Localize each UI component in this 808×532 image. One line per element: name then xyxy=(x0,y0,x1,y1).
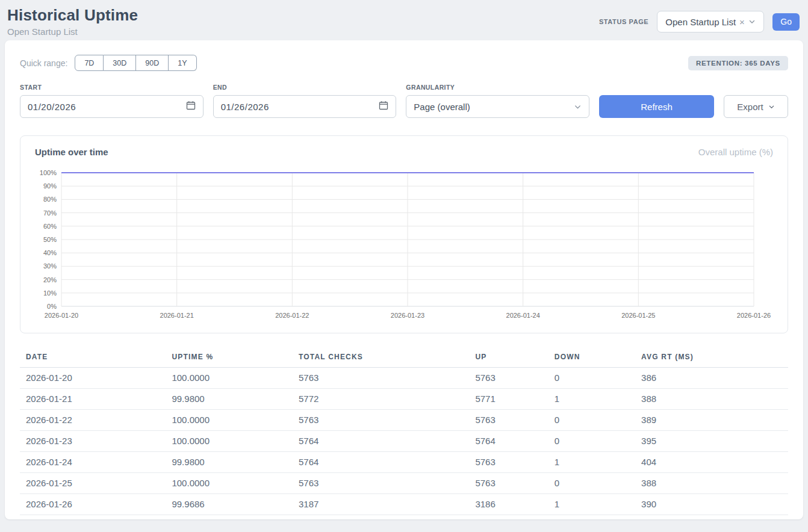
y-tick-label: 20% xyxy=(43,276,57,283)
y-tick-label: 80% xyxy=(43,196,57,203)
quick-range-row: Quick range: 7D30D90D1Y RETENTION: 365 D… xyxy=(20,55,788,71)
table-row: 2026-01-20100.0000576357630386 xyxy=(20,368,788,389)
grid-lines xyxy=(61,173,754,306)
cell-avg-rt-ms-: 388 xyxy=(635,389,788,410)
page-title: Historical Uptime xyxy=(7,6,138,25)
x-tick-label: 2026-01-26 xyxy=(737,312,771,319)
top-bar: Historical Uptime Open Startup List STAT… xyxy=(0,0,808,40)
y-tick-label: 30% xyxy=(43,262,57,270)
chart-title: Uptime over time xyxy=(35,147,108,157)
y-tick-label: 60% xyxy=(43,223,57,230)
cell-total-checks: 3187 xyxy=(293,494,469,515)
uptime-table: DATEUPTIME %TOTAL CHECKSUPDOWNAVG RT (MS… xyxy=(20,348,788,515)
export-button[interactable]: Export xyxy=(724,95,788,118)
y-tick-label: 70% xyxy=(43,209,57,217)
cell-avg-rt-ms-: 388 xyxy=(635,473,788,494)
table-row: 2026-01-2199.9800577257711388 xyxy=(20,389,788,410)
granularity-selected-value: Page (overall) xyxy=(414,102,470,112)
cell-up: 5763 xyxy=(469,452,548,473)
cell-down: 0 xyxy=(549,431,635,452)
chevron-down-icon xyxy=(748,18,756,25)
cell-uptime-: 99.9800 xyxy=(166,452,293,473)
chart-plot-area: 0%10%20%30%40%50%60%70%80%90%100%2026-01… xyxy=(35,165,773,326)
end-date-input[interactable]: 01/26/2026 xyxy=(213,95,397,118)
quick-range-7d[interactable]: 7D xyxy=(75,55,104,71)
column-header-date: DATE xyxy=(20,348,166,368)
x-tick-label: 2026-01-21 xyxy=(160,312,194,319)
x-tick-label: 2026-01-24 xyxy=(506,312,540,319)
cell-date: 2026-01-25 xyxy=(20,473,166,494)
clear-selection-icon[interactable]: × xyxy=(739,17,745,26)
page-subtitle: Open Startup List xyxy=(7,26,138,37)
calendar-icon[interactable] xyxy=(186,101,196,113)
quick-range-group: Quick range: 7D30D90D1Y xyxy=(20,55,197,71)
start-date-input[interactable]: 01/20/2026 xyxy=(20,95,204,118)
column-header-down: DOWN xyxy=(549,348,635,368)
cell-up: 5764 xyxy=(469,431,548,452)
chart-legend: Overall uptime (%) xyxy=(698,147,773,157)
retention-badge: RETENTION: 365 DAYS xyxy=(688,56,788,70)
cell-total-checks: 5764 xyxy=(293,452,469,473)
end-label: END xyxy=(213,84,397,91)
cell-up: 5771 xyxy=(469,389,548,410)
cell-uptime-: 99.9686 xyxy=(166,494,293,515)
main-panel: Quick range: 7D30D90D1Y RETENTION: 365 D… xyxy=(5,40,803,519)
start-date-value: 01/20/2026 xyxy=(28,102,76,112)
quick-range-1y[interactable]: 1Y xyxy=(169,55,196,71)
cell-down: 0 xyxy=(549,368,635,389)
start-label: START xyxy=(20,84,204,91)
cell-date: 2026-01-24 xyxy=(20,452,166,473)
table-row: 2026-01-23100.0000576457640395 xyxy=(20,431,788,452)
chevron-down-icon xyxy=(574,103,582,111)
cell-total-checks: 5764 xyxy=(293,431,469,452)
status-page-controls: STATUS PAGE Open Startup List × Go xyxy=(599,11,800,32)
cell-up: 5763 xyxy=(469,410,548,431)
table-row: 2026-01-2499.9800576457631404 xyxy=(20,452,788,473)
cell-total-checks: 5763 xyxy=(293,473,469,494)
cell-uptime-: 99.9800 xyxy=(166,389,293,410)
quick-range-30d[interactable]: 30D xyxy=(104,55,136,71)
granularity-select[interactable]: Page (overall) xyxy=(406,95,589,118)
cell-down: 1 xyxy=(549,389,635,410)
granularity-field: GRANULARITY Page (overall) xyxy=(406,84,589,118)
column-header-uptime-: UPTIME % xyxy=(166,348,293,368)
uptime-line-chart: 0%10%20%30%40%50%60%70%80%90%100%2026-01… xyxy=(35,165,773,323)
chart-header: Uptime over time Overall uptime (%) xyxy=(35,147,773,157)
cell-avg-rt-ms-: 386 xyxy=(635,368,788,389)
y-tick-label: 0% xyxy=(47,303,57,310)
table-row: 2026-01-22100.0000576357630389 xyxy=(20,410,788,431)
cell-uptime-: 100.0000 xyxy=(166,431,293,452)
export-button-label: Export xyxy=(737,102,763,112)
go-button[interactable]: Go xyxy=(772,13,800,31)
y-tick-label: 40% xyxy=(43,249,57,256)
quick-range-buttons: 7D30D90D1Y xyxy=(75,55,196,71)
cell-down: 0 xyxy=(549,410,635,431)
y-tick-label: 100% xyxy=(40,169,57,176)
cell-avg-rt-ms-: 404 xyxy=(635,452,788,473)
status-page-selected-value: Open Startup List xyxy=(665,17,736,27)
calendar-icon[interactable] xyxy=(379,101,388,113)
end-date-value: 01/26/2026 xyxy=(221,102,269,112)
cell-total-checks: 5772 xyxy=(293,389,469,410)
cell-uptime-: 100.0000 xyxy=(166,410,293,431)
x-tick-label: 2026-01-20 xyxy=(45,312,78,319)
cell-uptime-: 100.0000 xyxy=(166,473,293,494)
cell-down: 1 xyxy=(549,452,635,473)
refresh-button[interactable]: Refresh xyxy=(599,95,714,118)
quick-range-90d[interactable]: 90D xyxy=(136,55,169,71)
cell-avg-rt-ms-: 395 xyxy=(635,431,788,452)
filter-row: START 01/20/2026 END 01/26/2026 GRANULAR… xyxy=(20,84,788,118)
status-page-select[interactable]: Open Startup List × xyxy=(657,11,764,32)
chevron-down-icon xyxy=(768,104,775,110)
granularity-label: GRANULARITY xyxy=(406,84,589,91)
y-tick-label: 50% xyxy=(43,236,57,243)
cell-down: 0 xyxy=(549,473,635,494)
y-tick-label: 90% xyxy=(43,182,57,190)
cell-total-checks: 5763 xyxy=(293,410,469,431)
table-row: 2026-01-2699.9686318731861390 xyxy=(20,494,788,515)
cell-up: 3186 xyxy=(469,494,548,515)
table-header-row: DATEUPTIME %TOTAL CHECKSUPDOWNAVG RT (MS… xyxy=(20,348,788,368)
axis-labels: 0%10%20%30%40%50%60%70%80%90%100%2026-01… xyxy=(40,169,771,319)
start-date-field: START 01/20/2026 xyxy=(20,84,204,118)
cell-date: 2026-01-21 xyxy=(20,389,166,410)
